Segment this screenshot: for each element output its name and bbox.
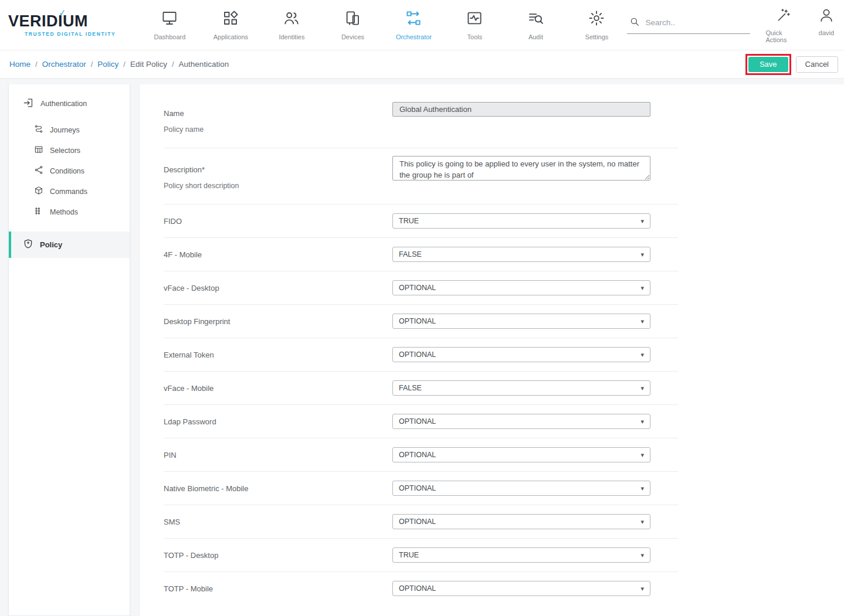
nav-applications[interactable]: Applications	[200, 9, 261, 40]
user-icon	[818, 7, 835, 26]
vface-desktop-label: vFace - Desktop	[164, 284, 392, 292]
save-button[interactable]: Save	[748, 57, 788, 72]
search-input[interactable]	[645, 18, 739, 27]
action-label: Quick Actions	[765, 29, 801, 43]
nav-label: Applications	[213, 33, 248, 40]
select-value: OPTIONAL	[399, 417, 436, 426]
totp-mobile-select[interactable]: OPTIONAL ▾	[392, 581, 650, 596]
ldap-password-label: Ldap Password	[164, 417, 392, 426]
quick-actions-button[interactable]: Quick Actions	[765, 7, 801, 43]
name-sublabel: Policy name	[164, 125, 392, 134]
nav-settings[interactable]: Settings	[566, 9, 627, 40]
external-token-select[interactable]: OPTIONAL ▾	[392, 347, 650, 362]
name-label: Name	[164, 109, 392, 118]
nav-orchestrator[interactable]: Orchestrator	[383, 9, 444, 40]
sidebar-item-selectors[interactable]: Selectors	[9, 140, 130, 161]
desktop-fingerprint-select[interactable]: OPTIONAL ▾	[392, 314, 650, 329]
breadcrumb-orchestrator[interactable]: Orchestrator	[42, 60, 86, 69]
nav-label: Dashboard	[154, 33, 186, 40]
vface-desktop-select[interactable]: OPTIONAL ▾	[392, 280, 650, 295]
chevron-down-icon: ▾	[640, 552, 644, 559]
breadcrumb-separator: /	[172, 60, 174, 69]
sidebar-section-authentication[interactable]: Authentication	[9, 93, 130, 120]
chevron-down-icon: ▾	[640, 385, 644, 392]
select-value: FALSE	[399, 250, 422, 258]
list-search-icon	[527, 9, 544, 29]
chevron-down-icon: ▾	[640, 519, 644, 525]
ldap-password-select[interactable]: OPTIONAL ▾	[392, 414, 650, 429]
field-labels: Description* Policy short description	[164, 156, 392, 190]
nav-label: Tools	[467, 33, 483, 40]
sidebar-item-journeys[interactable]: Journeys	[9, 120, 130, 140]
sidebar-item-policy[interactable]: Policy	[9, 232, 130, 258]
nav-tools[interactable]: Tools	[444, 9, 505, 40]
nav-label: Devices	[341, 33, 364, 40]
breadcrumb-bar: Home / Orchestrator / Policy / Edit Poli…	[0, 50, 844, 79]
vface-mobile-select[interactable]: FALSE ▾	[392, 380, 650, 396]
nav-devices[interactable]: Devices	[322, 9, 383, 40]
select-value: OPTIONAL	[399, 584, 436, 593]
breadcrumb-authentication: Authentication	[179, 60, 229, 69]
chevron-down-icon: ▾	[640, 218, 644, 224]
form-row-native-biometric-mobile: Native Biometric - Mobile OPTIONAL ▾	[164, 472, 678, 505]
sms-select[interactable]: OPTIONAL ▾	[392, 514, 650, 529]
form-row-ldap-password: Ldap Password OPTIONAL ▾	[164, 405, 678, 438]
cancel-button[interactable]: Cancel	[796, 56, 838, 73]
dots-icon	[34, 206, 43, 217]
sidebar-item-label: Methods	[50, 208, 78, 216]
devices-icon	[344, 9, 361, 29]
main-navigation: Dashboard Applications Identities Device…	[139, 9, 627, 40]
policy-description-textarea[interactable]: This policy is going to be applied to ev…	[392, 156, 650, 181]
sidebar-item-conditions[interactable]: Conditions	[9, 161, 130, 181]
native-biometric-mobile-select[interactable]: OPTIONAL ▾	[392, 481, 650, 496]
form-row-totp-desktop: TOTP - Desktop TRUE ▾	[164, 539, 678, 572]
fido-select[interactable]: TRUE ▾	[392, 213, 650, 229]
4f-mobile-select[interactable]: FALSE ▾	[392, 247, 650, 262]
form-row-sms: SMS OPTIONAL ▾	[164, 505, 678, 539]
nav-dashboard[interactable]: Dashboard	[139, 9, 200, 40]
sidebar-item-label: Commands	[50, 188, 87, 196]
chevron-down-icon: ▾	[640, 318, 644, 325]
chevron-down-icon: ▾	[640, 452, 644, 458]
user-menu[interactable]: david	[818, 7, 835, 43]
nav-label: Identities	[279, 33, 304, 40]
form-row-totp-mobile: TOTP - Mobile OPTIONAL ▾	[164, 572, 678, 605]
breadcrumb-separator: /	[123, 60, 126, 69]
totp-desktop-select[interactable]: TRUE ▾	[392, 547, 650, 563]
form-row-pin: PIN OPTIONAL ▾	[164, 438, 678, 472]
select-value: FALSE	[399, 384, 422, 392]
sidebar-active-label: Policy	[40, 240, 62, 249]
select-value: OPTIONAL	[399, 350, 436, 359]
breadcrumb-separator: /	[35, 60, 38, 69]
sidebar-item-label: Selectors	[50, 147, 80, 155]
shield-icon	[23, 239, 33, 251]
nav-identities[interactable]: Identities	[261, 9, 322, 40]
logo-check-icon: ✓	[58, 8, 66, 17]
field-labels: Name Policy name	[164, 102, 392, 134]
pin-select[interactable]: OPTIONAL ▾	[392, 447, 650, 462]
nav-audit[interactable]: Audit	[505, 9, 566, 40]
breadcrumb-separator: /	[91, 60, 93, 69]
chevron-down-icon: ▾	[640, 352, 644, 358]
description-label: Description*	[164, 165, 392, 174]
sidebar-item-commands[interactable]: Commands	[9, 181, 130, 202]
top-bar: VERIDIUM ✓ TRUSTED DIGITAL IDENTITY Dash…	[0, 0, 844, 50]
grid-icon	[222, 9, 239, 29]
form-row-external-token: External Token OPTIONAL ▾	[164, 338, 678, 372]
policy-name-input[interactable]	[392, 102, 650, 117]
nav-label: Audit	[528, 33, 543, 40]
breadcrumb-policy[interactable]: Policy	[97, 60, 118, 69]
select-value: OPTIONAL	[399, 518, 436, 526]
sidebar-item-label: Conditions	[50, 167, 84, 175]
sidebar-section-label: Authentication	[40, 100, 87, 108]
users-icon	[283, 9, 300, 29]
magic-wand-icon	[775, 7, 791, 26]
cube-icon	[34, 186, 43, 197]
form-row-fido: FIDO TRUE ▾	[164, 205, 678, 238]
nav-label: Orchestrator	[396, 33, 432, 40]
veridium-logo[interactable]: VERIDIUM ✓ TRUSTED DIGITAL IDENTITY	[8, 13, 121, 37]
sidebar-item-methods[interactable]: Methods	[9, 202, 130, 222]
breadcrumb-home[interactable]: Home	[9, 60, 30, 69]
select-value: TRUE	[399, 551, 419, 559]
vface-mobile-label: vFace - Mobile	[164, 384, 392, 393]
